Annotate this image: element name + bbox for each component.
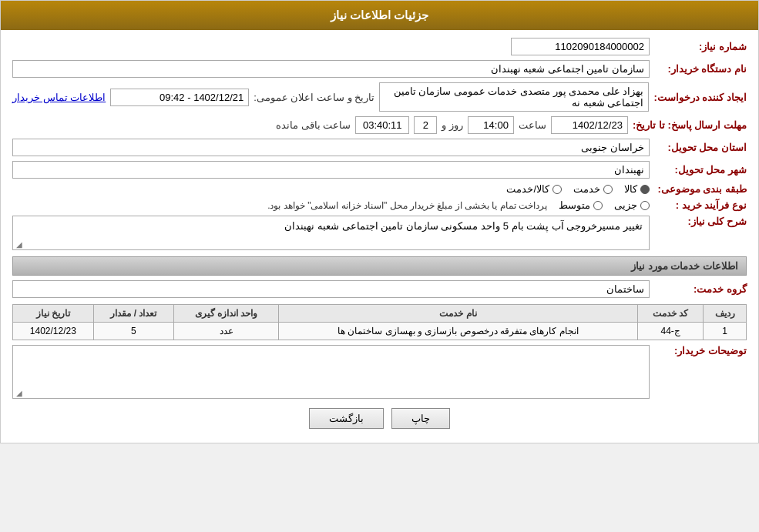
name-dastgah-row: نام دستگاه خریدار: سازمان تامین اجتماعی … xyxy=(12,60,747,78)
radio-kala-khedmat: کالا/خدمت xyxy=(506,183,562,195)
ijad-konande-value: بهزاد علی محمدی پور متصدی خدمات عمومی سا… xyxy=(379,82,649,112)
sharh-label: شرح کلی نیاز: xyxy=(654,216,747,227)
cell-kod: ج-44 xyxy=(638,323,704,340)
gorohe-khadamat-value: ساختمان xyxy=(12,280,650,298)
print-button[interactable]: چاپ xyxy=(391,408,450,429)
shahr-value: نهبندان xyxy=(12,161,650,179)
tarikh-value: 1402/12/21 - 09:42 xyxy=(110,89,249,106)
back-button[interactable]: بازگشت xyxy=(309,408,384,429)
radio-kk-circle xyxy=(552,185,562,194)
radio-jozi-label: جزیی xyxy=(614,199,637,211)
cell-tedad: 5 xyxy=(93,323,174,340)
col-kod: کد خدمت xyxy=(638,305,704,323)
col-tedad: تعداد / مقدار xyxy=(93,305,174,323)
khadamat-section-header: اطلاعات خدمات مورد نیاز xyxy=(12,256,747,276)
radio-motavasset-label: متوسط xyxy=(559,199,590,211)
ijad-row: ایجاد کننده درخواست: بهزاد علی محمدی پور… xyxy=(12,82,747,112)
page-title: جزئیات اطلاعات نیاز xyxy=(1,1,758,30)
radio-khedmat-label: خدمت xyxy=(573,183,600,195)
cell-name: انجام کارهای متفرقه درخصوص بازسازی و بهس… xyxy=(278,323,637,340)
noe-farayand-row: نوع فرآیند خرید : جزیی متوسط پرداخت تمام… xyxy=(12,199,747,211)
shomare-niaz-value: 1102090184000002 xyxy=(511,38,650,55)
radio-khedmat-circle xyxy=(603,185,613,194)
col-tarikh: تاریخ نیاز xyxy=(13,305,94,323)
baqi-mande-label: ساعت باقی مانده xyxy=(276,119,351,131)
sharh-niaz-row: شرح کلی نیاز: تغییر مسیرخروجی آب پشت بام… xyxy=(12,216,747,250)
table-header-row: ردیف کد خدمت نام خدمت واحد اندازه گیری ت… xyxy=(13,305,747,323)
ostan-row: استان محل تحویل: خراسان جنوبی xyxy=(12,139,747,156)
radio-kk-label: کالا/خدمت xyxy=(506,183,549,195)
noe-label: نوع فرآیند خرید : xyxy=(654,199,747,211)
buyer-desc-row: توضیحات خریدار: ◢ xyxy=(12,345,747,399)
col-radif: ردیف xyxy=(704,305,747,323)
resize-handle[interactable]: ◢ xyxy=(15,240,22,248)
baqi-mande-value: 03:40:11 xyxy=(355,116,409,134)
name-dastgah-value: سازمان تامین اجتماعی شعبه نهبندان xyxy=(12,60,650,78)
radio-kala: کالا xyxy=(624,183,650,195)
radio-jozi: جزیی xyxy=(614,199,650,211)
ostan-label: استان محل تحویل: xyxy=(654,142,747,153)
rooz-label: روز و xyxy=(442,119,463,131)
tabaqe-label: طبقه بندی موضوعی: xyxy=(654,183,747,195)
name-dastgah-label: نام دستگاه خریدار: xyxy=(654,63,747,75)
radio-khedmat: خدمت xyxy=(573,183,613,195)
gorohe-khadamat-label: گروه خدمت: xyxy=(654,283,747,295)
cell-radif: 1 xyxy=(704,323,747,340)
ostan-value: خراسان جنوبی xyxy=(12,139,650,156)
radio-motavasset: متوسط xyxy=(559,199,603,211)
mohlat-row: مهلت ارسال پاسخ: تا تاریخ: 1402/12/23 سا… xyxy=(12,116,747,134)
tabaqe-options: کالا خدمت کالا/خدمت xyxy=(12,183,650,195)
shahr-row: شهر محل تحویل: نهبندان xyxy=(12,161,747,179)
buyer-desc-box: ◢ xyxy=(12,345,650,399)
cell-vahed: عدد xyxy=(174,323,279,340)
shomare-niaz-label: شماره نیاز: xyxy=(654,41,747,52)
mohlat-rooz: 2 xyxy=(414,116,437,134)
shahr-label: شهر محل تحویل: xyxy=(654,164,747,176)
buyer-desc-resize[interactable]: ◢ xyxy=(15,389,22,396)
mohlat-date: 1402/12/23 xyxy=(551,116,628,134)
gorohe-khadamat-row: گروه خدمت: ساختمان xyxy=(12,280,747,298)
mohlat-saat: 14:00 xyxy=(468,116,514,134)
mohlat-label: مهلت ارسال پاسخ: تا تاریخ: xyxy=(633,119,747,131)
radio-motavasset-circle xyxy=(593,201,603,210)
cell-tarikh: 1402/12/23 xyxy=(13,323,94,340)
col-vahed: واحد اندازه گیری xyxy=(174,305,279,323)
buttons-row: چاپ بازگشت xyxy=(12,408,747,429)
etelaat-tamas-link[interactable]: اطلاعات تماس خریدار xyxy=(12,92,106,103)
ijad-konande-label: ایجاد کننده درخواست: xyxy=(653,92,747,103)
radio-jozi-circle xyxy=(640,201,650,210)
shomare-niaz-row: شماره نیاز: 1102090184000002 xyxy=(12,38,747,55)
noe-options: جزیی متوسط پرداخت تمام یا بخشی از مبلغ خ… xyxy=(12,199,650,211)
col-name: نام خدمت xyxy=(278,305,637,323)
saat-label: ساعت xyxy=(519,119,546,131)
tabaqe-row: طبقه بندی موضوعی: کالا خدمت کالا/خدمت xyxy=(12,183,747,195)
sharh-value: تغییر مسیرخروجی آب پشت بام 5 واحد مسکونی… xyxy=(12,216,650,250)
services-table: ردیف کد خدمت نام خدمت واحد اندازه گیری ت… xyxy=(12,304,747,340)
services-table-wrapper: ردیف کد خدمت نام خدمت واحد اندازه گیری ت… xyxy=(12,304,747,340)
tarikh-label: تاریخ و ساعت اعلان عمومی: xyxy=(254,92,374,103)
radio-kala-label: کالا xyxy=(624,183,637,195)
buyer-desc-label: توضیحات خریدار: xyxy=(654,345,747,356)
radio-kala-circle xyxy=(640,185,650,194)
noe-note: پرداخت تمام یا بخشی از مبلغ خریدار محل "… xyxy=(267,200,547,211)
table-row: 1 ج-44 انجام کارهای متفرقه درخصوص بازساز… xyxy=(13,323,747,340)
